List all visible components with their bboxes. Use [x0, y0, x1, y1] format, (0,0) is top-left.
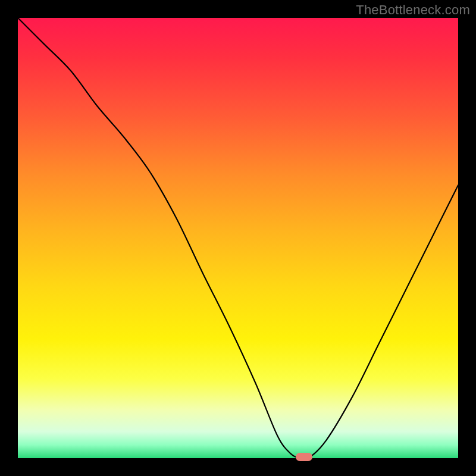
plot-area [18, 18, 458, 458]
bottleneck-curve [18, 18, 458, 458]
optimal-marker [296, 453, 312, 461]
chart-frame: TheBottleneck.com [0, 0, 476, 476]
watermark-label: TheBottleneck.com [356, 2, 470, 18]
curve-svg [18, 18, 458, 458]
